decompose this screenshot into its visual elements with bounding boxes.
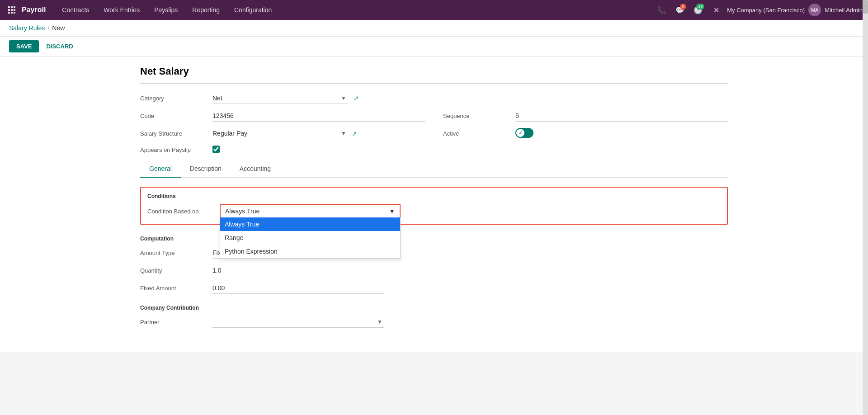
dropdown-selected-value[interactable]: Always True ▼ [221,205,400,217]
tab-description[interactable]: Description [181,160,231,178]
category-external-link[interactable]: ↗ [354,94,359,102]
appears-on-payslip-row: Appears on Payslip [140,146,728,154]
form-container: Net Salary Category Net ▼ ↗ Code [131,57,737,352]
sequence-label: Sequence [443,113,515,119]
appears-on-payslip-field [212,146,728,154]
code-row: Code [140,110,425,122]
quantity-label: Quantity [140,267,212,274]
fixed-amount-input[interactable] [212,283,384,294]
action-bar: SAVE DISCARD [0,37,868,57]
fixed-amount-row: Fixed Amount [140,283,728,294]
svg-rect-5 [14,9,15,11]
nav-links: Contracts Work Entries Payslips Reportin… [55,0,653,20]
quantity-field [212,265,728,276]
quantity-row: Quantity [140,265,728,276]
code-col: Code [140,110,425,128]
code-sequence-grid: Code Sequence [140,110,728,128]
scrollbar-thumb[interactable] [863,0,868,14]
user-name: Mitchell Admin [825,7,863,14]
company-contribution-section: Company Contribution Partner ▼ [140,305,728,328]
breadcrumb-parent[interactable]: Salary Rules [9,24,45,32]
save-button[interactable]: SAVE [9,40,39,52]
option-always-true[interactable]: Always True [220,217,400,231]
appears-on-payslip-label: Appears on Payslip [140,146,212,153]
breadcrumb-separator: / [47,24,49,32]
salary-structure-label: Salary Structure [140,130,212,137]
condition-based-on-dropdown[interactable]: Always True ▼ Always True Range Python E… [220,204,401,218]
partner-row: Partner ▼ [140,316,728,328]
grid-icon[interactable] [5,4,18,16]
tab-general[interactable]: General [140,160,181,178]
sequence-input[interactable] [515,110,728,122]
quantity-input[interactable] [212,265,384,276]
svg-rect-2 [14,6,15,8]
messages-badge: 8 [680,4,686,9]
messages-icon[interactable]: 💬 8 [673,3,687,17]
code-input[interactable] [212,110,425,122]
active-toggle[interactable] [515,128,533,138]
partner-select[interactable] [212,316,384,327]
condition-based-on-row: Condition Based on Always True ▼ Always … [147,204,721,218]
structure-col: Salary Structure Regular Pay ▼ ↗ [140,128,425,146]
nav-configuration[interactable]: Configuration [227,0,279,20]
partner-field: ▼ [212,316,728,328]
partner-label: Partner [140,319,212,325]
code-field [212,110,425,122]
sequence-row: Sequence [443,110,728,122]
nav-reporting[interactable]: Reporting [185,0,227,20]
tab-bar: General Description Accounting [140,160,728,178]
scrollbar[interactable] [863,0,868,352]
salary-structure-row: Salary Structure Regular Pay ▼ ↗ [140,128,425,139]
condition-based-on-label: Condition Based on [147,208,220,215]
main-content: Net Salary Category Net ▼ ↗ Code [0,57,868,352]
structure-active-grid: Salary Structure Regular Pay ▼ ↗ Activ [140,128,728,146]
sequence-field [515,110,728,122]
discard-button[interactable]: DISCARD [42,40,76,52]
breadcrumb-current: New [52,24,65,32]
option-python-expression[interactable]: Python Expression [220,245,400,258]
close-icon[interactable]: ✕ [709,3,723,17]
svg-rect-4 [11,9,13,11]
salary-structure-select[interactable]: Regular Pay [212,128,348,139]
breadcrumb: Salary Rules / New [0,20,868,37]
svg-rect-0 [8,6,10,8]
svg-rect-3 [8,9,10,11]
conditions-title: Conditions [147,193,721,199]
clock-icon[interactable]: 🕐 29 [691,3,705,17]
salary-structure-field: Regular Pay ▼ ↗ [212,128,425,139]
page-title: Net Salary [140,57,728,84]
category-label: Category [140,95,212,102]
svg-rect-6 [8,12,10,14]
sequence-col: Sequence [443,110,728,128]
category-select[interactable]: Net [212,93,348,104]
nav-payslips[interactable]: Payslips [147,0,185,20]
fixed-amount-field [212,283,728,294]
active-field [515,128,728,139]
svg-rect-8 [14,12,15,14]
svg-rect-7 [11,12,13,14]
company-name: My Company (San Francisco) [727,7,805,14]
conditions-section: Conditions Condition Based on Always Tru… [140,187,728,225]
phone-icon[interactable]: 📞 [655,3,669,17]
dropdown-arrow: ▼ [389,208,395,215]
nav-contracts[interactable]: Contracts [55,0,96,20]
active-label: Active [443,130,515,137]
code-label: Code [140,113,212,119]
category-field: Net ▼ ↗ [212,93,728,104]
amount-type-label: Amount Type [140,250,212,256]
tab-accounting[interactable]: Accounting [231,160,280,178]
option-range[interactable]: Range [220,231,400,245]
company-contribution-title: Company Contribution [140,305,728,311]
clock-badge: 29 [696,4,704,9]
category-row: Category Net ▼ ↗ [140,93,728,104]
fixed-amount-label: Fixed Amount [140,285,212,292]
dropdown-options-list: Always True Range Python Expression [220,217,401,259]
app-name: Payroll [22,6,46,14]
avatar[interactable]: MA [808,4,821,16]
top-navigation: Payroll Contracts Work Entries Payslips … [0,0,868,20]
appears-on-payslip-checkbox[interactable] [212,146,220,153]
company-info[interactable]: My Company (San Francisco) [727,7,805,14]
nav-work-entries[interactable]: Work Entries [96,0,147,20]
salary-structure-external-link[interactable]: ↗ [352,130,357,137]
topnav-right: 📞 💬 8 🕐 29 ✕ My Company (San Francisco) … [655,3,863,17]
